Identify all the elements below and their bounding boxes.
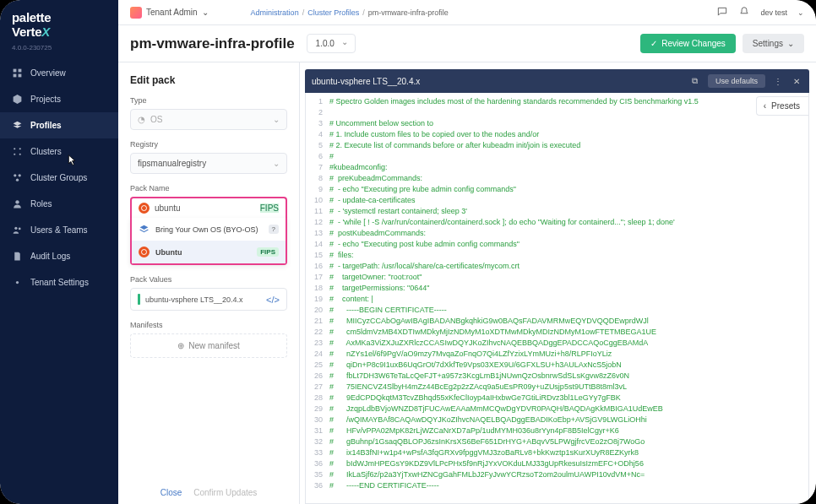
- tenant-icon: [130, 7, 142, 19]
- topbar: Tenant Admin ⌄ Administration / Cluster …: [118, 0, 816, 25]
- code-line[interactable]: 29# JzqpLdbBVjoWNZD8TjFUCAwEAAaMmMCQwDgY…: [306, 404, 808, 415]
- code-line[interactable]: 9# - echo "Executing pre kube admin conf…: [306, 184, 808, 195]
- code-line[interactable]: 32# gBuhnp/1GsaqQBLOPJ6zsInKrsXS6BeF651D…: [306, 436, 808, 447]
- pack-value-row[interactable]: ubuntu-vsphere LTS__20.4.x </>: [130, 288, 287, 311]
- chevron-down-icon: ⌄: [787, 39, 794, 48]
- new-manifest-button[interactable]: ⊕ New manifest: [130, 333, 287, 358]
- code-line[interactable]: 14# - echo "Executing post kube admin co…: [306, 239, 808, 250]
- code-line[interactable]: 16# - targetPath: /usr/local/share/ca-ce…: [306, 261, 808, 272]
- user-menu[interactable]: dev test: [760, 8, 787, 17]
- code-line[interactable]: 36# -----END CERTIFICATE-----: [306, 480, 808, 491]
- svg-point-9: [19, 174, 21, 176]
- pack-name-dropdown: Bring Your Own OS (BYO-OS)?UbuntuFIPS: [130, 218, 287, 265]
- line-number: 28: [306, 393, 329, 404]
- code-line[interactable]: 21# MIICyzCCAbOgAwIBAgIBADANBgkqhkiG9w0B…: [306, 316, 808, 327]
- pack-badge: ?: [269, 225, 279, 234]
- version-select[interactable]: 1.0.0: [307, 34, 356, 53]
- sidebar-item-cluster-groups[interactable]: Cluster Groups: [0, 165, 118, 191]
- more-icon[interactable]: ⋮: [772, 75, 784, 87]
- code-line[interactable]: 15# files:: [306, 250, 808, 261]
- code-line[interactable]: 7#kubeadmconfig:: [306, 162, 808, 173]
- line-content: # HFv/vPPA02MpK82rLjWZCaNrXD7aPp/1udMYMH…: [329, 425, 808, 436]
- breadcrumb-current: pm-vmware-infra-profile: [368, 8, 449, 17]
- svg-point-7: [19, 154, 21, 155]
- code-line[interactable]: 19# content: |: [306, 294, 808, 305]
- sidebar-item-projects[interactable]: Projects: [0, 86, 118, 112]
- use-defaults-button[interactable]: Use defaults: [708, 74, 765, 88]
- manifests-label: Manifests: [130, 321, 287, 329]
- presets-tab[interactable]: ‹ Presets: [756, 96, 808, 116]
- pack-name-input[interactable]: ubuntu FIPS: [130, 197, 287, 218]
- code-line[interactable]: 8# preKubeadmCommands:: [306, 173, 808, 184]
- code-line[interactable]: 22# cm5ldmVzMB4XDTIwMDkyMjIzNDMyM1oXDTMw…: [306, 327, 808, 338]
- code-line[interactable]: 5# 2. Execute list of commands before or…: [306, 140, 808, 151]
- pack-option[interactable]: Bring Your Own OS (BYO-OS)?: [132, 218, 286, 241]
- code-line[interactable]: 24# nZYs1el/6f9PgV/aO9mzy7MvqaZoFnqO7Qi4…: [306, 349, 808, 360]
- code-line[interactable]: 10# - update-ca-certificates: [306, 195, 808, 206]
- code-line[interactable]: 6#: [306, 151, 808, 162]
- line-content: # - 'while [ ! -S /var/run/containerd/co…: [329, 217, 808, 228]
- code-line[interactable]: 25# qiDn+P8c9I1uxB6UqGrOt/7dXkfTe9Vps03X…: [306, 360, 808, 371]
- sidebar-item-overview[interactable]: Overview: [0, 60, 118, 86]
- review-changes-button[interactable]: ✓ Review Changes: [640, 34, 736, 53]
- line-content: # cm5ldmVzMB4XDTIwMDkyMjIzNDMyM1oXDTMwMD…: [329, 327, 808, 338]
- box-icon: [12, 94, 23, 105]
- pack-name-label: Pack Name: [130, 184, 287, 192]
- sidebar-item-roles[interactable]: Roles: [0, 191, 118, 217]
- code-line[interactable]: 1# Spectro Golden images includes most o…: [306, 96, 808, 107]
- line-content: # - targetPath: /usr/local/share/ca-cert…: [329, 261, 808, 272]
- code-line[interactable]: 36# bIdWJmHPEGsY9KDZ9VlLPcPHx5f9nRjJYxVO…: [306, 458, 808, 469]
- sidebar-item-clusters[interactable]: Clusters: [0, 138, 118, 165]
- sidebar-item-users-teams[interactable]: Users & Teams: [0, 217, 118, 243]
- close-button[interactable]: Close: [160, 488, 182, 497]
- code-line[interactable]: 33# ix14B3fNI+w1p4+wPsfA3fqGRXv9fpggVMJ3…: [306, 447, 808, 458]
- code-line[interactable]: 26# fbLt7DH3W6TeTaLcQeFJT+a957z3KcgLmB1j…: [306, 371, 808, 382]
- code-line[interactable]: 4# 1. Include custom files to be copied …: [306, 129, 808, 140]
- bell-icon[interactable]: [738, 6, 750, 19]
- line-content: # gBuhnp/1GsaqQBLOPJ6zsInKrsXS6BeF651DrH…: [329, 436, 808, 447]
- code-line[interactable]: 27# 75IENCVZ4SlbyH4mZz44BcEg2p2zZAcq9a5u…: [306, 382, 808, 393]
- sidebar-item-profiles[interactable]: Profiles: [0, 112, 118, 138]
- code-line[interactable]: 18# targetPermissions: "0644": [306, 283, 808, 294]
- chevron-down-icon: ⌄: [797, 8, 804, 17]
- code-line[interactable]: 17# targetOwner: "root:root": [306, 272, 808, 283]
- tenant-selector[interactable]: Tenant Admin ⌄: [130, 7, 209, 19]
- code-line[interactable]: 23# AxMKa3ViZXJuZXRlczCCASIwDQYJKoZIhvcN…: [306, 338, 808, 349]
- line-number: 19: [306, 294, 329, 305]
- code-icon[interactable]: </>: [266, 295, 280, 305]
- copy-icon[interactable]: ⧉: [689, 75, 701, 87]
- breadcrumb-item[interactable]: Administration: [251, 8, 299, 17]
- line-content: # Spectro Golden images includes most of…: [329, 96, 808, 107]
- code-line[interactable]: 35# IkLaSjf6z/p2a3YjTxwHZNCgGahFMLbJ2FyJ…: [306, 469, 808, 480]
- breadcrumb-item[interactable]: Cluster Profiles: [307, 8, 359, 17]
- line-number: 22: [306, 327, 329, 338]
- registry-label: Registry: [130, 140, 287, 149]
- line-content: # ix14B3fNI+w1p4+wPsfA3fqGRXv9fpggVMJ3zo…: [329, 447, 808, 458]
- code-line[interactable]: 11# - 'systemctl restart containerd; sle…: [306, 206, 808, 217]
- sidebar-item-audit-logs[interactable]: Audit Logs: [0, 243, 118, 269]
- svg-point-12: [14, 227, 17, 230]
- code-line[interactable]: 30# /wQIMAYBAf8CAQAwDQYJKoZIhvcNAQELBQAD…: [306, 415, 808, 425]
- line-content: # qiDn+P8c9I1uxB6UqGrOt/7dXkfTe9Vps03XEX…: [329, 360, 808, 371]
- settings-button[interactable]: Settings ⌄: [743, 34, 804, 53]
- registry-select[interactable]: fipsmanualregistry: [130, 153, 287, 174]
- line-number: 35: [306, 469, 329, 480]
- code-line[interactable]: 3# Uncomment below section to: [306, 118, 808, 129]
- code-line[interactable]: 31# HFv/vPPA02MpK82rLjWZCaNrXD7aPp/1udMY…: [306, 425, 808, 436]
- code-line[interactable]: 2: [306, 107, 808, 118]
- code-line[interactable]: 20# -----BEGIN CERTIFICATE-----: [306, 305, 808, 316]
- code-line[interactable]: 12# - 'while [ ! -S /var/run/containerd/…: [306, 217, 808, 228]
- edit-panel-title: Edit pack: [130, 74, 287, 86]
- chat-icon[interactable]: [716, 6, 728, 19]
- code-line[interactable]: 13# postKubeadmCommands:: [306, 228, 808, 239]
- close-icon[interactable]: ✕: [791, 75, 802, 87]
- code-line[interactable]: 28# 9EdCPDQkqtM3TcvZBhqd55xKfeClIoyp4aIH…: [306, 393, 808, 404]
- code-body[interactable]: 1# Spectro Golden images includes most o…: [305, 93, 809, 504]
- line-number: 1: [306, 96, 329, 107]
- line-content: # fbLt7DH3W6TeTaLcQeFJT+a957z3KcgLmB1jNU…: [329, 371, 808, 382]
- line-content: # content: |: [329, 294, 808, 305]
- pack-option[interactable]: UbuntuFIPS: [132, 241, 286, 263]
- gear-icon: [12, 277, 23, 288]
- sidebar-item-tenant-settings[interactable]: Tenant Settings: [0, 269, 118, 295]
- chevron-down-icon: ⌄: [202, 8, 209, 17]
